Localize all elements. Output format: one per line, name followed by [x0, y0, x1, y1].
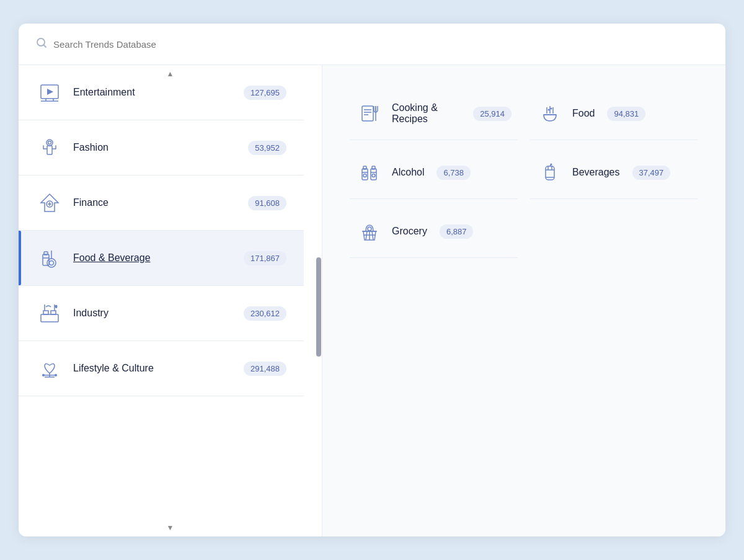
subcategory-cooking-recipes[interactable]: Cooking & Recipes 25,914: [350, 87, 518, 140]
fashion-label: Fashion: [73, 142, 238, 153]
svg-rect-49: [363, 166, 366, 169]
scrollbar-track: [316, 84, 322, 518]
sidebar-item-lifestyle-culture[interactable]: Lifestyle & Culture 291,488: [19, 341, 304, 396]
svg-point-55: [372, 174, 375, 177]
food-count: 94,831: [607, 107, 645, 121]
food-beverage-count: 171,867: [244, 251, 286, 265]
svg-point-47: [551, 108, 552, 110]
grocery-label: Grocery: [392, 226, 427, 237]
scrollbar-thumb: [316, 257, 321, 357]
industry-label: Industry: [73, 308, 234, 319]
svg-point-8: [48, 141, 51, 144]
alcohol-icon: [356, 159, 383, 186]
svg-rect-24: [43, 311, 48, 314]
svg-rect-25: [51, 311, 56, 314]
food-icon: [536, 100, 564, 127]
food-beverage-label: Food & Beverage: [73, 252, 234, 264]
right-panel: Cooking & Recipes 25,914: [322, 65, 725, 536]
lifestyle-culture-count: 291,488: [244, 362, 286, 376]
cooking-recipes-count: 25,914: [473, 107, 512, 121]
left-panel: Entertainment 127,695: [19, 65, 304, 536]
cooking-recipes-icon: [356, 100, 383, 127]
svg-line-1: [44, 45, 46, 48]
svg-marker-6: [47, 89, 53, 95]
subcategory-beverages[interactable]: Beverages 37,497: [530, 146, 698, 199]
entertainment-label: Entertainment: [73, 87, 234, 98]
subcategory-grocery[interactable]: Grocery 6,887: [350, 205, 518, 258]
beverages-label: Beverages: [572, 167, 620, 178]
food-label: Food: [572, 108, 595, 119]
svg-point-33: [55, 374, 57, 376]
industry-count: 230,612: [244, 306, 286, 321]
svg-point-62: [551, 164, 552, 166]
search-icon: [36, 37, 47, 51]
grocery-icon: [356, 218, 383, 245]
svg-line-66: [372, 231, 373, 240]
svg-rect-34: [362, 106, 373, 121]
search-input[interactable]: [53, 39, 708, 50]
sidebar-item-fashion[interactable]: Fashion 53,952: [19, 120, 304, 176]
scroll-up-arrow[interactable]: ▲: [164, 68, 177, 80]
cooking-recipes-info: Cooking & Recipes 25,914: [392, 102, 512, 125]
active-indicator: [19, 231, 21, 285]
cooking-recipes-label: Cooking & Recipes: [392, 102, 461, 125]
empty-cell: [530, 205, 698, 258]
subcategory-food[interactable]: Food 94,831: [530, 87, 698, 140]
svg-point-20: [47, 259, 56, 267]
scroll-down-arrow[interactable]: ▼: [164, 522, 177, 534]
svg-point-54: [363, 174, 366, 177]
alcohol-info: Alcohol 6,738: [392, 166, 471, 180]
sidebar-item-finance[interactable]: Finance 91,608: [19, 176, 304, 231]
main-container: ▲ Entertainment 127,695: [19, 24, 725, 536]
svg-point-68: [368, 227, 371, 231]
fashion-count: 53,952: [248, 141, 286, 155]
alcohol-count: 6,738: [436, 166, 471, 180]
fashion-icon: [36, 134, 63, 161]
svg-line-64: [366, 231, 367, 240]
left-panel-wrapper: ▲ Entertainment 127,695: [19, 65, 322, 536]
entertainment-count: 127,695: [244, 86, 286, 100]
svg-rect-52: [372, 166, 375, 169]
beverages-info: Beverages 37,497: [572, 166, 670, 180]
svg-point-46: [548, 109, 550, 111]
finance-label: Finance: [73, 197, 238, 208]
sidebar-item-entertainment[interactable]: Entertainment 127,695: [19, 65, 304, 120]
search-bar: [19, 24, 725, 65]
svg-point-32: [42, 374, 45, 376]
alcohol-label: Alcohol: [392, 167, 424, 178]
content-area: ▲ Entertainment 127,695: [19, 65, 725, 536]
subcategory-grid: Cooking & Recipes 25,914: [350, 87, 698, 258]
food-beverage-icon: [36, 244, 63, 272]
food-info: Food 94,831: [572, 107, 645, 121]
svg-rect-18: [44, 252, 48, 255]
finance-count: 91,608: [248, 196, 286, 210]
svg-rect-23: [41, 314, 58, 322]
entertainment-icon: [36, 79, 63, 106]
grocery-count: 6,887: [440, 224, 474, 239]
beverages-icon: [536, 159, 564, 186]
finance-icon: [36, 189, 63, 216]
lifestyle-culture-icon: [36, 355, 63, 382]
grocery-info: Grocery 6,887: [392, 224, 473, 239]
beverages-count: 37,497: [632, 166, 671, 180]
subcategory-alcohol[interactable]: Alcohol 6,738: [350, 146, 518, 199]
lifestyle-culture-label: Lifestyle & Culture: [73, 363, 234, 374]
industry-icon: [36, 300, 63, 327]
svg-point-21: [50, 261, 54, 265]
sidebar-item-industry[interactable]: Industry 230,612: [19, 286, 304, 341]
svg-rect-9: [47, 146, 52, 154]
sidebar-item-food-beverage[interactable]: Food & Beverage 171,867: [19, 231, 304, 286]
svg-point-7: [46, 140, 53, 146]
